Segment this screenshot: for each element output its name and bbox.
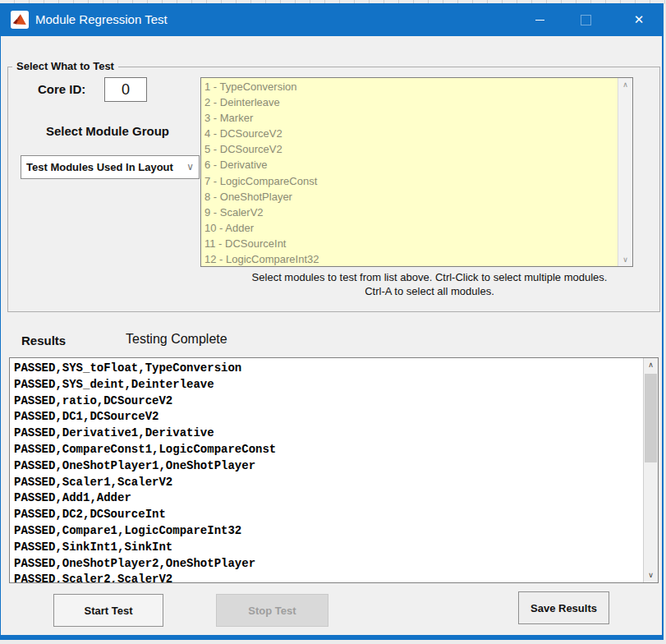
module-list-scrollbar[interactable]: ∧ ∨ (618, 78, 632, 266)
module-help-line1: Select modules to test from list above. … (200, 270, 659, 284)
module-help-line2: Ctrl-A to select all modules. (200, 284, 659, 298)
result-line[interactable]: PASSED,SinkInt1,SinkInt (10, 540, 643, 556)
save-results-button[interactable]: Save Results (518, 591, 609, 624)
module-list-item[interactable]: 5 - DCSourceV2 (201, 141, 618, 157)
close-button[interactable]: ✕ (621, 3, 657, 36)
scrollbar-thumb[interactable] (645, 374, 657, 462)
screen: Module Regression Test ✕ Select What to … (0, 0, 666, 644)
results-status: Testing Complete (126, 332, 227, 347)
maximize-icon (581, 15, 591, 25)
maximize-button (567, 3, 604, 36)
module-help-text: Select modules to test from list above. … (200, 270, 659, 298)
results-lines: PASSED,SYS_toFloat,TypeConversionPASSED,… (10, 361, 643, 582)
module-list-item[interactable]: 10 - Adder (201, 220, 618, 236)
module-list-item[interactable]: 3 - Marker (201, 110, 618, 126)
minimize-icon (535, 20, 544, 21)
module-group-dropdown[interactable]: Test Modules Used In Layout ∨ (21, 155, 200, 179)
result-line[interactable]: PASSED,DC2,DCSourceInt (10, 507, 643, 523)
core-id-label: Core ID: (38, 82, 85, 96)
minimize-button[interactable] (521, 3, 558, 36)
module-list-item[interactable]: 6 - Derivative (201, 157, 618, 172)
scroll-up-icon[interactable]: ∧ (644, 358, 658, 372)
results-label: Results (21, 334, 66, 347)
result-line[interactable]: PASSED,Scaler1,ScalerV2 (10, 475, 643, 491)
result-line[interactable]: PASSED,OneShotPlayer1,OneShotPlayer (10, 458, 643, 475)
chevron-down-icon: ∨ (186, 156, 194, 178)
module-list-item[interactable]: 9 - ScalerV2 (201, 205, 618, 220)
results-listbox[interactable]: PASSED,SYS_toFloat,TypeConversionPASSED,… (9, 357, 659, 583)
module-list-item[interactable]: 4 - DCSourceV2 (201, 126, 618, 141)
module-list-item[interactable]: 12 - LogicCompareInt32 (201, 251, 618, 267)
module-list-item[interactable]: 7 - LogicCompareConst (201, 173, 618, 189)
module-list-item[interactable]: 11 - DCSourceInt (201, 236, 618, 251)
result-line[interactable]: PASSED,DC1,DCSourceV2 (10, 409, 643, 426)
module-list-item[interactable]: 8 - OneShotPlayer (201, 189, 618, 205)
scroll-down-icon[interactable]: ∨ (618, 253, 632, 266)
module-group-label: Select Module Group (46, 124, 169, 138)
titlebar: Module Regression Test ✕ (1, 3, 662, 36)
result-line[interactable]: PASSED,Scaler2,ScalerV2 (10, 572, 643, 582)
result-line[interactable]: PASSED,OneShotPlayer2,OneShotPlayer (10, 556, 643, 573)
result-line[interactable]: PASSED,CompareConst1,LogicCompareConst (10, 442, 643, 458)
stop-test-button: Stop Test (216, 594, 328, 627)
window-title: Module Regression Test (35, 3, 168, 36)
module-list-item[interactable]: 1 - TypeConversion (201, 79, 618, 94)
close-icon: ✕ (634, 12, 645, 27)
results-scrollbar[interactable]: ∧ ∨ (643, 358, 658, 582)
result-line[interactable]: PASSED,SYS_toFloat,TypeConversion (10, 361, 643, 377)
core-id-input[interactable] (104, 77, 147, 102)
module-listbox[interactable]: 1 - TypeConversion2 - Deinterleave3 - Ma… (200, 77, 633, 267)
scroll-down-icon[interactable]: ∨ (644, 568, 658, 582)
start-test-button[interactable]: Start Test (53, 594, 163, 627)
scroll-up-icon[interactable]: ∧ (618, 78, 632, 91)
module-list-item[interactable]: 2 - Deinterleave (201, 94, 618, 110)
result-line[interactable]: PASSED,SYS_deint,Deinterleave (10, 377, 643, 393)
matlab-icon (11, 11, 29, 29)
group-legend: Select What to Test (12, 60, 118, 72)
result-line[interactable]: PASSED,Compare1,LogicCompareInt32 (10, 523, 643, 540)
result-line[interactable]: PASSED,ratio,DCSourceV2 (10, 393, 643, 410)
app-window: Module Regression Test ✕ Select What to … (0, 3, 664, 640)
dropdown-selected-value: Test Modules Used In Layout (26, 156, 173, 178)
result-line[interactable]: PASSED,Add1,Adder (10, 490, 643, 507)
module-list-items: 1 - TypeConversion2 - Deinterleave3 - Ma… (201, 79, 618, 267)
result-line[interactable]: PASSED,Derivative1,Derivative (10, 426, 643, 442)
